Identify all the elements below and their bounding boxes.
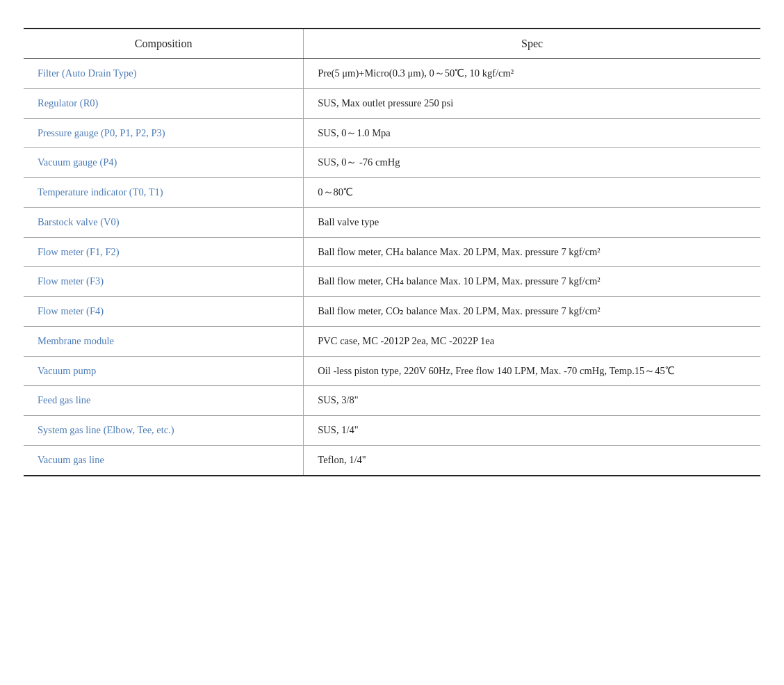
composition-cell: Filter (Auto Drain Type)	[24, 59, 304, 89]
spec-cell: Oil -less piston type, 220V 60Hz, Free f…	[304, 356, 760, 386]
table-row: Flow meter (F3)Ball flow meter, CH₄ bala…	[24, 267, 760, 297]
table-row: Vacuum gauge (P4)SUS, 0～ -76 cmHg	[24, 148, 760, 178]
spec-cell: Ball flow meter, CO₂ balance Max. 20 LPM…	[304, 297, 760, 327]
table-row: Vacuum gas lineTeflon, 1/4"	[24, 445, 760, 475]
spec-cell: 0～80℃	[304, 178, 760, 208]
table-row: Flow meter (F4)Ball flow meter, CO₂ bala…	[24, 297, 760, 327]
spec-cell: SUS, Max outlet pressure 250 psi	[304, 88, 760, 118]
composition-cell: Barstock valve (V0)	[24, 207, 304, 237]
composition-cell: Flow meter (F3)	[24, 267, 304, 297]
composition-cell: System gas line (Elbow, Tee, etc.)	[24, 416, 304, 446]
composition-cell: Regulator (R0)	[24, 88, 304, 118]
composition-cell: Pressure gauge (P0, P1, P2, P3)	[24, 118, 304, 148]
table-row: Flow meter (F1, F2)Ball flow meter, CH₄ …	[24, 237, 760, 267]
header-composition: Composition	[24, 29, 304, 59]
spec-cell: Ball flow meter, CH₄ balance Max. 10 LPM…	[304, 267, 760, 297]
composition-cell: Membrane module	[24, 326, 304, 356]
table-row: Feed gas lineSUS, 3/8"	[24, 386, 760, 416]
spec-cell: SUS, 0～ -76 cmHg	[304, 148, 760, 178]
header-spec: Spec	[304, 29, 760, 59]
spec-cell: Teflon, 1/4"	[304, 445, 760, 475]
spec-cell: PVC case, MC -2012P 2ea, MC -2022P 1ea	[304, 326, 760, 356]
composition-cell: Vacuum pump	[24, 356, 304, 386]
table-row: Pressure gauge (P0, P1, P2, P3)SUS, 0～1.…	[24, 118, 760, 148]
composition-cell: Flow meter (F1, F2)	[24, 237, 304, 267]
spec-table: Composition Spec Filter (Auto Drain Type…	[24, 28, 760, 476]
table-row: System gas line (Elbow, Tee, etc.)SUS, 1…	[24, 416, 760, 446]
main-table-wrapper: Composition Spec Filter (Auto Drain Type…	[24, 28, 760, 476]
spec-cell: SUS, 0～1.0 Mpa	[304, 118, 760, 148]
composition-cell: Vacuum gas line	[24, 445, 304, 475]
spec-cell: SUS, 3/8"	[304, 386, 760, 416]
composition-cell: Temperature indicator (T0, T1)	[24, 178, 304, 208]
composition-cell: Flow meter (F4)	[24, 297, 304, 327]
composition-cell: Feed gas line	[24, 386, 304, 416]
table-row: Membrane modulePVC case, MC -2012P 2ea, …	[24, 326, 760, 356]
spec-cell: Pre(5 μm)+Micro(0.3 μm), 0～50℃, 10 kgf/c…	[304, 59, 760, 89]
spec-cell: SUS, 1/4"	[304, 416, 760, 446]
table-row: Temperature indicator (T0, T1)0～80℃	[24, 178, 760, 208]
table-row: Barstock valve (V0)Ball valve type	[24, 207, 760, 237]
spec-cell: Ball flow meter, CH₄ balance Max. 20 LPM…	[304, 237, 760, 267]
spec-cell: Ball valve type	[304, 207, 760, 237]
table-row: Filter (Auto Drain Type)Pre(5 μm)+Micro(…	[24, 59, 760, 89]
table-row: Vacuum pumpOil -less piston type, 220V 6…	[24, 356, 760, 386]
composition-cell: Vacuum gauge (P4)	[24, 148, 304, 178]
table-row: Regulator (R0)SUS, Max outlet pressure 2…	[24, 88, 760, 118]
